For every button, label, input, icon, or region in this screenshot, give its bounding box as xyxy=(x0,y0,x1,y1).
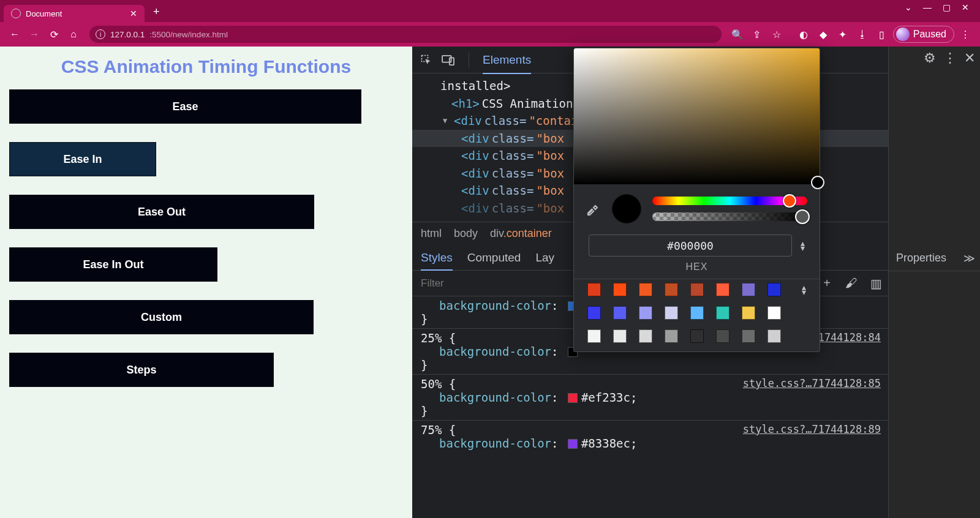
palette-swatch[interactable] xyxy=(690,329,704,343)
extension-shield-icon[interactable]: ◆ xyxy=(815,26,832,43)
menu-button[interactable]: ⋮ xyxy=(957,26,974,43)
share-icon[interactable]: ⇪ xyxy=(748,26,766,43)
browser-tab[interactable]: Document ✕ xyxy=(4,5,145,22)
tab-layout[interactable]: Lay xyxy=(535,251,554,265)
browser-tabstrip: Document ✕ + xyxy=(0,0,980,22)
tab-title: Document xyxy=(26,9,62,18)
browser-toolbar: ← → ⟳ ⌂ i 127.0.0.1:5500/new/index.html … xyxy=(0,22,980,47)
kebab-menu-icon[interactable]: ⋮ xyxy=(943,50,957,66)
window-controls: ⌄ — ▢ ✕ xyxy=(894,0,980,15)
box-ease: Ease xyxy=(9,89,361,124)
alpha-handle[interactable] xyxy=(795,209,810,224)
back-button[interactable]: ← xyxy=(6,26,23,43)
palette-swatch[interactable] xyxy=(716,329,729,343)
devtools-main: ⚙ ⋮ ✕ Elements xyxy=(412,47,888,518)
tab-styles[interactable]: Styles xyxy=(421,251,453,265)
maximize-icon[interactable]: ▢ xyxy=(943,2,951,12)
box-easeinout: Ease In Out xyxy=(9,247,217,282)
content-area: CSS Animation Timing Functions Ease Ease… xyxy=(0,47,980,518)
toolbar-right: 🔍 ⇪ ☆ ◐ ◆ ✦ ⭳ ▯ Paused ⋮ xyxy=(729,26,974,43)
saturation-handle[interactable] xyxy=(811,176,824,189)
chevron-down-icon[interactable]: ⌄ xyxy=(905,2,912,12)
palette-swatch[interactable] xyxy=(613,329,627,343)
site-info-icon[interactable]: i xyxy=(96,29,105,39)
globe-icon xyxy=(11,9,21,18)
search-icon[interactable]: 🔍 xyxy=(729,26,746,43)
palette-swatch[interactable] xyxy=(639,283,652,296)
format-toggle-icon[interactable]: ▴▾ xyxy=(801,241,805,251)
downloads-icon[interactable]: ⭳ xyxy=(854,26,871,43)
tab-computed[interactable]: Computed xyxy=(467,251,521,265)
devtools-sidebar: Properties ≫ xyxy=(888,47,980,518)
minimize-icon[interactable]: — xyxy=(923,2,932,12)
source-link[interactable]: style.css?…71744128:89 xyxy=(743,423,881,435)
sidepanel-icon[interactable]: ▯ xyxy=(873,26,891,43)
palette-swatch[interactable] xyxy=(639,306,652,320)
palette-swatch[interactable] xyxy=(587,283,601,296)
device-toggle-icon[interactable] xyxy=(442,53,455,67)
extensions-icon[interactable]: ✦ xyxy=(834,26,851,43)
palette-swatch[interactable] xyxy=(767,306,781,320)
palette-swatch[interactable] xyxy=(665,306,678,320)
new-tab-button[interactable]: + xyxy=(153,6,160,18)
svg-rect-2 xyxy=(450,58,454,65)
palette-page-toggle[interactable]: ▴▾ xyxy=(802,285,806,295)
box-easein: Ease In xyxy=(9,142,156,176)
box-easeout: Ease Out xyxy=(9,195,314,229)
color-picker[interactable]: ▴▾ HEX ▴▾ xyxy=(573,48,820,352)
palette-swatch[interactable] xyxy=(716,283,729,296)
address-bar[interactable]: i 127.0.0.1:5500/new/index.html xyxy=(89,26,722,43)
palette-swatch[interactable] xyxy=(587,329,601,343)
palette-swatch[interactable] xyxy=(665,283,678,296)
home-button[interactable]: ⌂ xyxy=(65,26,82,43)
palette-swatch[interactable] xyxy=(767,283,781,296)
hex-label: HEX xyxy=(574,259,820,279)
palette-swatch[interactable] xyxy=(716,306,729,320)
hue-handle[interactable] xyxy=(783,194,796,208)
tab-properties[interactable]: Properties xyxy=(896,252,946,265)
palette-swatch[interactable] xyxy=(690,306,704,320)
close-devtools-icon[interactable]: ✕ xyxy=(964,50,975,66)
source-link[interactable]: style.css?…71744128:85 xyxy=(743,377,881,389)
tab-elements[interactable]: Elements xyxy=(483,53,531,67)
close-window-icon[interactable]: ✕ xyxy=(962,2,969,12)
color-palette: ▴▾ xyxy=(574,279,820,351)
extension-circle-icon[interactable]: ◐ xyxy=(795,26,812,43)
box-custom: Custom xyxy=(9,300,314,334)
url-path: :5500/new/index.html xyxy=(149,30,228,39)
settings-gear-icon[interactable]: ⚙ xyxy=(924,50,936,66)
palette-swatch[interactable] xyxy=(767,329,781,343)
current-color-swatch xyxy=(612,194,641,223)
close-tab-icon[interactable]: ✕ xyxy=(130,9,137,18)
palette-swatch[interactable] xyxy=(639,329,652,343)
alpha-slider[interactable] xyxy=(652,212,807,221)
palette-swatch[interactable] xyxy=(665,329,678,343)
palette-swatch[interactable] xyxy=(613,283,627,296)
palette-swatch[interactable] xyxy=(613,306,627,320)
avatar xyxy=(896,28,910,41)
inspect-icon[interactable] xyxy=(420,53,433,67)
box-steps: Steps xyxy=(9,353,274,387)
eyedropper-icon[interactable] xyxy=(586,201,601,216)
reload-button[interactable]: ⟳ xyxy=(45,26,62,43)
bookmark-icon[interactable]: ☆ xyxy=(768,26,785,43)
palette-swatch[interactable] xyxy=(690,283,704,296)
forward-button[interactable]: → xyxy=(26,26,43,43)
profile-paused[interactable]: Paused xyxy=(893,26,954,43)
hex-input[interactable] xyxy=(589,235,792,257)
paused-label: Paused xyxy=(913,29,946,40)
layout-panel-icon[interactable]: ▥ xyxy=(864,276,888,291)
devtools: ⚙ ⋮ ✕ Elements xyxy=(412,47,980,518)
palette-swatch[interactable] xyxy=(587,306,601,320)
url-host: 127.0.0.1 xyxy=(110,30,145,39)
more-tabs-icon[interactable]: ≫ xyxy=(963,252,975,265)
palette-swatch[interactable] xyxy=(742,306,755,320)
palette-swatch[interactable] xyxy=(742,283,755,296)
style-brush-icon[interactable]: 🖌 xyxy=(839,276,864,290)
page-preview: CSS Animation Timing Functions Ease Ease… xyxy=(0,47,412,518)
page-heading: CSS Animation Timing Functions xyxy=(9,56,403,77)
hue-slider[interactable] xyxy=(652,197,807,205)
palette-swatch[interactable] xyxy=(742,329,755,343)
saturation-field[interactable] xyxy=(574,48,820,184)
